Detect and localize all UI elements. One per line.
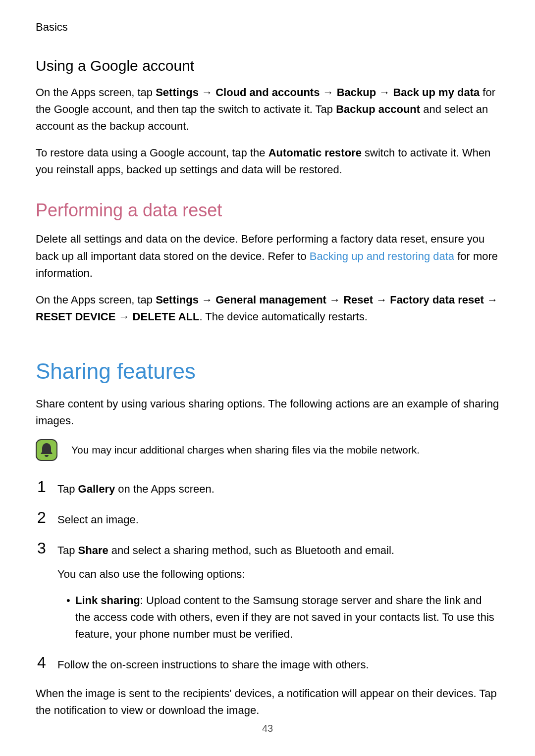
arrow: →	[199, 294, 215, 306]
step-subtext: You can also use the following options:	[57, 566, 499, 583]
para-reset-intro: Delete all settings and data on the devi…	[36, 231, 499, 281]
step-body: Select an image.	[57, 509, 499, 528]
text: On the Apps screen, tap	[36, 294, 156, 306]
step-item-4: 4 Follow the on-screen instructions to s…	[36, 655, 499, 673]
term-factory-data-reset: Factory data reset	[390, 294, 484, 306]
para-google-restore: To restore data using a Google account, …	[36, 145, 499, 178]
term-reset-device: RESET DEVICE	[36, 310, 115, 323]
term-backup-account: Backup account	[336, 103, 420, 115]
step-item-2: 2 Select an image.	[36, 509, 499, 528]
text: Tap	[57, 483, 78, 495]
term-general-management: General management	[215, 294, 326, 306]
term-settings: Settings	[156, 86, 199, 99]
step-body: Tap Gallery on the Apps screen.	[57, 479, 499, 498]
term-backup: Backup	[337, 86, 376, 99]
step-number: 1	[36, 479, 48, 495]
text: To restore data using a Google account, …	[36, 147, 268, 159]
arrow: →	[326, 294, 343, 306]
link-backing-up-restoring[interactable]: Backing up and restoring data	[310, 250, 454, 262]
bullet-text: Link sharing: Upload content to the Sams…	[75, 592, 499, 643]
step-text: Follow the on-screen instructions to sha…	[57, 656, 499, 673]
step-number: 4	[36, 655, 48, 670]
para-google-backup: On the Apps screen, tap Settings → Cloud…	[36, 84, 499, 135]
para-sharing-intro: Share content by using various sharing o…	[36, 396, 499, 429]
step-item-3: 3 Tap Share and select a sharing method,…	[36, 540, 499, 642]
note-text: You may incur additional charges when sh…	[71, 442, 420, 458]
term-gallery: Gallery	[78, 483, 115, 495]
step-text: Tap Share and select a sharing method, s…	[57, 542, 499, 559]
text: and select a sharing method, such as Blu…	[108, 544, 394, 556]
term-cloud-accounts: Cloud and accounts	[215, 86, 320, 99]
header-section-label: Basics	[36, 21, 499, 34]
step-body: Tap Share and select a sharing method, s…	[57, 540, 499, 642]
term-settings: Settings	[156, 294, 199, 306]
para-reset-steps: On the Apps screen, tap Settings → Gener…	[36, 292, 499, 325]
step-number: 2	[36, 509, 48, 525]
bell-icon	[36, 439, 57, 461]
heading-data-reset: Performing a data reset	[36, 200, 499, 221]
arrow: →	[373, 294, 390, 306]
heading-sharing-features: Sharing features	[36, 359, 499, 384]
arrow: →	[199, 86, 215, 99]
step-list: 1 Tap Gallery on the Apps screen. 2 Sele…	[36, 479, 499, 673]
term-link-sharing: Link sharing	[75, 594, 140, 606]
arrow: →	[320, 86, 336, 99]
step-item-1: 1 Tap Gallery on the Apps screen.	[36, 479, 499, 498]
term-back-up-my-data: Back up my data	[393, 86, 480, 99]
page-number: 43	[0, 723, 535, 734]
bullet-item-link-sharing: • Link sharing: Upload content to the Sa…	[66, 592, 499, 643]
step-text: Select an image.	[57, 511, 499, 528]
note-callout: You may incur additional charges when sh…	[36, 439, 499, 461]
arrow: →	[484, 294, 498, 306]
step-body: Follow the on-screen instructions to sha…	[57, 655, 499, 673]
term-automatic-restore: Automatic restore	[268, 147, 362, 159]
term-delete-all: DELETE ALL	[133, 310, 200, 323]
para-closing: When the image is sent to the recipients…	[36, 685, 499, 719]
bullet-list: • Link sharing: Upload content to the Sa…	[66, 592, 499, 643]
arrow: →	[376, 86, 393, 99]
term-reset: Reset	[343, 294, 373, 306]
text: Tap	[57, 544, 78, 556]
bullet-dot: •	[66, 592, 69, 643]
arrow: →	[115, 310, 132, 323]
text: On the Apps screen, tap	[36, 86, 156, 99]
text: . The device automatically restarts.	[199, 310, 368, 323]
subheading-google-account: Using a Google account	[36, 57, 499, 74]
term-share: Share	[78, 544, 108, 556]
step-text: Tap Gallery on the Apps screen.	[57, 481, 499, 498]
text: on the Apps screen.	[115, 483, 214, 495]
step-number: 3	[36, 540, 48, 556]
